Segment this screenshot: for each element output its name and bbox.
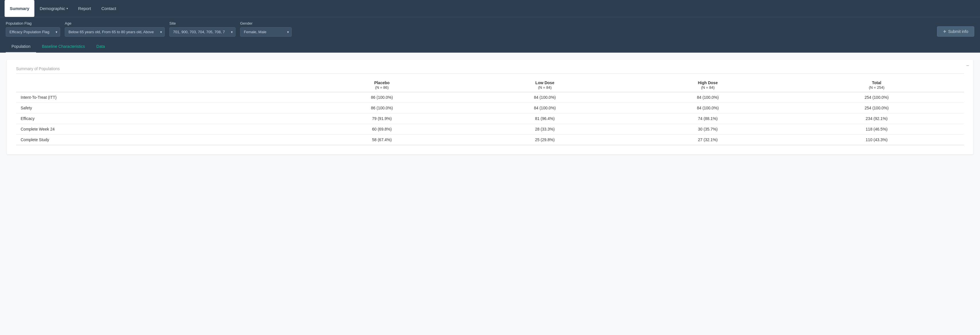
cell-low-dose-2: 81 (96.4%)	[463, 113, 627, 124]
submit-label: Submit info	[948, 29, 968, 34]
nav-item-demographic[interactable]: Demographic ▾	[34, 0, 73, 17]
nav-label-summary: Summary	[10, 6, 29, 11]
filter-population-flag-wrapper: Efficacy Population Flag Safety Populati…	[6, 27, 60, 37]
col-header-label	[16, 78, 300, 92]
table-row: Safety 86 (100.0%) 84 (100.0%) 84 (100.0…	[16, 103, 964, 113]
cell-high-dose-0: 84 (100.0%)	[627, 92, 789, 103]
tab-data[interactable]: Data	[91, 41, 111, 53]
cell-total-3: 118 (46.5%)	[789, 124, 964, 135]
filter-age-group: Age Below 65 years old, From 65 to 80 ye…	[65, 21, 165, 37]
filter-gender-select[interactable]: Female, Male Female Male	[240, 27, 292, 37]
tab-population[interactable]: Population	[6, 41, 36, 53]
cell-label-1: Safety	[16, 103, 300, 113]
tabs-bar: Population Baseline Characteristics Data	[0, 41, 980, 53]
summary-table: Placebo (N = 86) Low Dose (N = 84) High …	[16, 78, 964, 145]
col-header-low-dose: Low Dose (N = 84)	[463, 78, 627, 92]
table-row: Intent-To-Treat (ITT) 86 (100.0%) 84 (10…	[16, 92, 964, 103]
nav-item-contact[interactable]: Contact	[96, 0, 121, 17]
filter-population-flag-select[interactable]: Efficacy Population Flag Safety Populati…	[6, 27, 60, 37]
nav-label-report: Report	[78, 6, 91, 11]
cell-low-dose-1: 84 (100.0%)	[463, 103, 627, 113]
filter-gender-label: Gender	[240, 21, 292, 25]
cell-placebo-4: 58 (67.4%)	[300, 135, 463, 145]
cell-low-dose-0: 84 (100.0%)	[463, 92, 627, 103]
content-area: − Summary of Populations Placebo (N = 86…	[0, 53, 980, 335]
send-icon: ✈	[943, 29, 947, 34]
cell-low-dose-3: 28 (33.3%)	[463, 124, 627, 135]
filter-population-flag-group: Population Flag Efficacy Population Flag…	[6, 21, 60, 37]
cell-label-3: Complete Week 24	[16, 124, 300, 135]
tab-baseline-characteristics[interactable]: Baseline Characteristics	[36, 41, 91, 53]
cell-high-dose-4: 27 (32.1%)	[627, 135, 789, 145]
filter-gender-group: Gender Female, Male Female Male	[240, 21, 292, 37]
table-row: Efficacy 79 (91.9%) 81 (96.4%) 74 (88.1%…	[16, 113, 964, 124]
filter-site-label: Site	[169, 21, 235, 25]
cell-high-dose-1: 84 (100.0%)	[627, 103, 789, 113]
navbar: Summary Demographic ▾ Report Contact	[0, 0, 980, 17]
filter-age-label: Age	[65, 21, 165, 25]
nav-label-demographic: Demographic	[40, 6, 65, 11]
cell-placebo-3: 60 (69.8%)	[300, 124, 463, 135]
cell-total-1: 254 (100.0%)	[789, 103, 964, 113]
section-title: Summary of Populations	[16, 67, 964, 74]
cell-label-2: Efficacy	[16, 113, 300, 124]
cell-high-dose-3: 30 (35.7%)	[627, 124, 789, 135]
submit-info-button[interactable]: ✈ Submit info	[937, 26, 974, 37]
cell-low-dose-4: 25 (29.8%)	[463, 135, 627, 145]
table-row: Complete Week 24 60 (69.8%) 28 (33.3%) 3…	[16, 124, 964, 135]
summary-table-card: − Summary of Populations Placebo (N = 86…	[7, 60, 973, 154]
cell-label-0: Intent-To-Treat (ITT)	[16, 92, 300, 103]
filter-age-wrapper: Below 65 years old, From 65 to 80 years …	[65, 27, 165, 37]
filter-bar: Population Flag Efficacy Population Flag…	[0, 17, 980, 41]
cell-placebo-2: 79 (91.9%)	[300, 113, 463, 124]
filter-site-group: Site 701, 900, 703, 704, 705, 708, 7 701…	[169, 21, 235, 37]
filter-site-wrapper: 701, 900, 703, 704, 705, 708, 7 701 900 …	[169, 27, 235, 37]
cell-label-4: Complete Study	[16, 135, 300, 145]
chevron-down-icon: ▾	[67, 7, 68, 10]
nav-label-contact: Contact	[102, 6, 116, 11]
col-header-total: Total (N = 254)	[789, 78, 964, 92]
filter-gender-wrapper: Female, Male Female Male	[240, 27, 292, 37]
table-row: Complete Study 58 (67.4%) 25 (29.8%) 27 …	[16, 135, 964, 145]
cell-total-0: 254 (100.0%)	[789, 92, 964, 103]
nav-item-report[interactable]: Report	[73, 0, 96, 17]
cell-high-dose-2: 74 (88.1%)	[627, 113, 789, 124]
cell-placebo-0: 86 (100.0%)	[300, 92, 463, 103]
filter-site-select[interactable]: 701, 900, 703, 704, 705, 708, 7 701 900 …	[169, 27, 235, 37]
cell-total-4: 110 (43.3%)	[789, 135, 964, 145]
col-header-high-dose: High Dose (N = 84)	[627, 78, 789, 92]
nav-item-summary[interactable]: Summary	[5, 0, 34, 17]
minimize-icon[interactable]: −	[966, 63, 969, 68]
filter-age-select[interactable]: Below 65 years old, From 65 to 80 years …	[65, 27, 165, 37]
cell-placebo-1: 86 (100.0%)	[300, 103, 463, 113]
col-header-placebo: Placebo (N = 86)	[300, 78, 463, 92]
cell-total-2: 234 (92.1%)	[789, 113, 964, 124]
table-header-row: Placebo (N = 86) Low Dose (N = 84) High …	[16, 78, 964, 92]
filter-population-flag-label: Population Flag	[6, 21, 60, 25]
